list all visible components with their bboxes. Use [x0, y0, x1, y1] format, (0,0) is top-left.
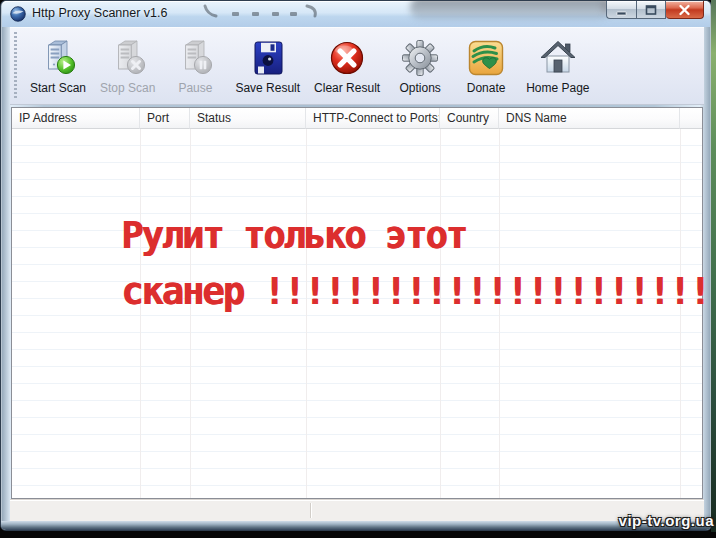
- gear-icon: [400, 38, 440, 78]
- computer-stop-icon: [108, 38, 148, 78]
- app-window: Http Proxy Scanner v1.6: [0, 0, 712, 531]
- computer-pause-icon: [175, 38, 215, 78]
- overlay-line-2: сканер !!!!!!!!!!!!!!!!!!!!!!: [121, 264, 709, 320]
- toolbar: Start Scan Stop Scan: [10, 27, 704, 105]
- pause-button[interactable]: Pause: [162, 31, 228, 99]
- stop-scan-button[interactable]: Stop Scan: [93, 31, 162, 99]
- maximize-button[interactable]: [636, 1, 666, 19]
- overlay-line-1: Рулит только этот: [121, 208, 709, 264]
- home-page-button[interactable]: Home Page: [519, 31, 596, 99]
- red-cross-icon: [327, 38, 367, 78]
- toolbar-button-label: Pause: [178, 81, 212, 95]
- close-button[interactable]: [666, 1, 704, 19]
- column-header-http-connect[interactable]: HTTP-Connect to Ports:: [306, 108, 440, 129]
- overlay-annotation: Рулит только этот сканер !!!!!!!!!!!!!!!…: [121, 208, 709, 320]
- column-header-filler: [680, 108, 702, 129]
- toolbar-buttons: Start Scan Stop Scan: [23, 31, 597, 99]
- toolbar-button-label: Home Page: [526, 81, 589, 95]
- clear-result-button[interactable]: Clear Result: [307, 31, 387, 99]
- column-header-dns-name[interactable]: DNS Name: [499, 108, 680, 129]
- toolbar-button-label: Options: [399, 81, 440, 95]
- toolbar-button-label: Stop Scan: [100, 81, 155, 95]
- toolbar-button-label: Clear Result: [314, 81, 380, 95]
- toolbar-button-label: Save Result: [235, 81, 300, 95]
- column-header-port[interactable]: Port: [140, 108, 190, 129]
- column-header-status[interactable]: Status: [190, 108, 306, 129]
- maximize-icon: [645, 4, 657, 16]
- start-scan-button[interactable]: Start Scan: [23, 31, 93, 99]
- hand-heart-icon: [466, 38, 506, 78]
- donate-button[interactable]: Donate: [453, 31, 519, 99]
- toolbar-button-label: Donate: [467, 81, 506, 95]
- globe-icon: [10, 6, 26, 22]
- close-icon: [678, 4, 691, 16]
- toolbar-button-label: Start Scan: [30, 81, 86, 95]
- desktop-background-sliver: [711, 0, 716, 532]
- home-icon: [538, 38, 578, 78]
- glass-reflection-marks: [200, 4, 320, 20]
- toolbar-grip-handle[interactable]: [14, 32, 17, 98]
- caption-buttons: [606, 1, 704, 19]
- computer-play-icon: [38, 38, 78, 78]
- list-header: IP Address Port Status HTTP-Connect to P…: [12, 108, 702, 129]
- site-watermark: vip-tv.org.ua: [619, 512, 714, 529]
- glass-reflection-blur: [410, 1, 610, 19]
- window-title: Http Proxy Scanner v1.6: [32, 6, 167, 20]
- column-header-country[interactable]: Country: [440, 108, 499, 129]
- status-bar: [10, 499, 704, 521]
- column-header-ip-address[interactable]: IP Address: [12, 108, 140, 129]
- window-bottom-border: [1, 521, 711, 530]
- status-bar-divider: [310, 503, 311, 518]
- options-button[interactable]: Options: [387, 31, 453, 99]
- title-bar[interactable]: Http Proxy Scanner v1.6: [2, 1, 710, 27]
- floppy-disk-icon: [248, 38, 288, 78]
- minimize-icon: [616, 4, 628, 16]
- minimize-button[interactable]: [606, 1, 636, 19]
- save-result-button[interactable]: Save Result: [228, 31, 307, 99]
